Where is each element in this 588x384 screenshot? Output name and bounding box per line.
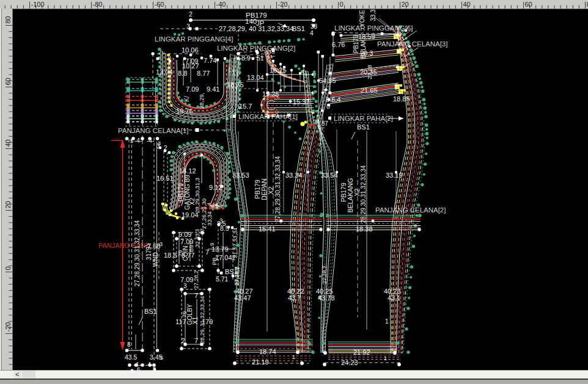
svg-text:27,28,29,30,31,32,33,34: 27,28,29,30,31,32,33,34 — [274, 156, 281, 222]
svg-text:33,3: 33,3 — [370, 9, 377, 21]
svg-text:9.12: 9.12 — [209, 184, 222, 191]
svg-text:5: 5 — [130, 138, 133, 144]
svg-text:33.54: 33.54 — [321, 172, 338, 179]
svg-text:15.37: 15.37 — [293, 98, 310, 106]
svg-text:PB: PB — [211, 258, 218, 266]
svg-text:4: 4 — [310, 29, 314, 37]
svg-text:8.9: 8.9 — [241, 54, 251, 62]
svg-text:40: 40 — [4, 139, 12, 147]
svg-text:2: 2 — [189, 10, 193, 18]
svg-text:0: 0 — [340, 1, 344, 8]
svg-text:19.25: 19.25 — [262, 90, 279, 98]
svg-text:43.47: 43.47 — [234, 294, 251, 302]
svg-text:18.74: 18.74 — [259, 348, 276, 355]
svg-text:31,32,33,34: 31,32,33,34 — [199, 296, 205, 327]
svg-text:7.09: 7.09 — [180, 238, 193, 245]
svg-text:51: 51 — [257, 54, 264, 62]
svg-text:43.1: 43.1 — [388, 294, 400, 302]
svg-text:28,29,30,31,32,33,34: 28,29,30,31,32,33,34 — [360, 165, 367, 223]
svg-text:BS1: BS1 — [144, 308, 157, 315]
svg-text:117: 117 — [175, 318, 186, 325]
svg-text:28,29,30,31,3: 28,29,30,31,3 — [194, 178, 200, 213]
svg-text:20: 20 — [4, 201, 12, 208]
svg-text:27,28,2: 27,28,2 — [234, 267, 240, 285]
svg-text:19.76: 19.76 — [176, 107, 193, 115]
svg-text:8.5: 8.5 — [220, 225, 229, 232]
svg-text:2: 2 — [323, 87, 326, 94]
svg-text:33.34: 33.34 — [285, 172, 303, 179]
svg-text:LINGKAR PAHA[2]: LINGKAR PAHA[2] — [334, 115, 393, 122]
svg-text:2: 2 — [182, 338, 185, 344]
svg-text:LINGKAR PINGGANG[6]: LINGKAR PINGGANG[6] — [334, 24, 413, 32]
svg-text:7: 7 — [194, 292, 198, 299]
svg-text:PANJANG CELANA[3]: PANJANG CELANA[3] — [377, 40, 447, 48]
svg-text:7: 7 — [194, 337, 198, 344]
svg-text:16.12: 16.12 — [179, 167, 196, 175]
svg-text:1: 1 — [215, 203, 219, 209]
svg-text:<: < — [15, 371, 19, 378]
svg-text:PB179: PB179 — [353, 35, 359, 53]
svg-text:-60: -60 — [155, 1, 164, 8]
svg-text:YOKE: YOKE — [359, 10, 366, 27]
svg-text:33.19: 33.19 — [386, 172, 403, 179]
svg-text:5: 5 — [160, 355, 163, 361]
svg-text:16.25: 16.25 — [270, 67, 287, 74]
svg-text:7.09: 7.09 — [180, 276, 193, 283]
svg-text:18.85: 18.85 — [393, 95, 410, 103]
svg-text:43.78: 43.78 — [318, 294, 335, 302]
svg-text:-4-: -4- — [147, 137, 154, 144]
svg-text:10.27: 10.27 — [182, 62, 199, 70]
svg-text:7: 7 — [205, 248, 209, 256]
svg-text:1: 1 — [292, 354, 295, 360]
svg-text:21.92: 21.92 — [353, 349, 370, 356]
svg-text:3: 3 — [160, 241, 163, 247]
svg-text:-80: -80 — [93, 1, 103, 8]
svg-text:43.5: 43.5 — [125, 353, 138, 361]
svg-text:3179: 3179 — [145, 246, 152, 260]
svg-text:1: 1 — [384, 355, 387, 361]
svg-text:33.53: 33.53 — [232, 172, 249, 179]
svg-text:7.74: 7.74 — [204, 57, 216, 64]
svg-text:43.7: 43.7 — [288, 294, 301, 302]
svg-text:60: 60 — [4, 78, 12, 85]
svg-text:16.51: 16.51 — [156, 175, 174, 182]
svg-text:BS1: BS1 — [292, 25, 305, 32]
svg-text:3: 3 — [219, 218, 223, 225]
svg-text:PANJANG CELANA[2]: PANJANG CELANA[2] — [375, 206, 446, 214]
svg-text:0: 0 — [4, 266, 12, 270]
svg-text:5.71: 5.71 — [216, 275, 229, 283]
svg-text:31,32,33,34: 31,32,33,34 — [232, 228, 238, 258]
svg-text:PANJANG CELANA[1]: PANJANG CELANA[1] — [118, 127, 188, 134]
svg-text:20: 20 — [402, 1, 409, 8]
svg-text:6 6.4: 6 6.4 — [326, 96, 340, 103]
svg-text:28,29,: 28,29, — [199, 328, 205, 344]
svg-text:18.8: 18.8 — [164, 252, 177, 259]
svg-text:-4-: -4- — [134, 137, 142, 144]
svg-text:21.19: 21.19 — [252, 358, 269, 366]
svg-text:33,34: 33,34 — [206, 211, 213, 226]
svg-text:-20: -20 — [4, 322, 12, 332]
svg-text:LINGKAR PINGGANG[2]: LINGKAR PINGGANG[2] — [217, 45, 295, 52]
svg-text:WND: WND — [152, 252, 159, 267]
svg-text:7.09: 7.09 — [186, 85, 199, 93]
svg-text:1: 1 — [385, 318, 389, 325]
svg-text:21.65: 21.65 — [361, 87, 378, 94]
svg-text:28,29,: 28,29, — [198, 93, 205, 109]
svg-text:-20: -20 — [278, 1, 288, 8]
svg-text:3: 3 — [183, 283, 187, 289]
svg-text:8.77: 8.77 — [197, 70, 210, 77]
svg-text:6.76: 6.76 — [332, 41, 345, 48]
svg-text:60: 60 — [525, 1, 532, 8]
svg-text:10.06: 10.06 — [182, 46, 199, 54]
svg-text:9: 9 — [208, 242, 215, 245]
svg-text:K/: K/ — [183, 96, 190, 102]
svg-text:27,28,2: 27,28,2 — [193, 270, 199, 289]
svg-text:13.04: 13.04 — [156, 68, 173, 76]
svg-text:-4-: -4- — [145, 361, 153, 368]
svg-text:9.41: 9.41 — [207, 85, 219, 93]
svg-text:140: 140 — [245, 18, 257, 25]
svg-text:8: 8 — [326, 103, 330, 110]
svg-text:9.09: 9.09 — [178, 231, 191, 238]
svg-text:15.41: 15.41 — [259, 225, 276, 233]
svg-text:27,28,2: 27,28,2 — [322, 266, 328, 284]
